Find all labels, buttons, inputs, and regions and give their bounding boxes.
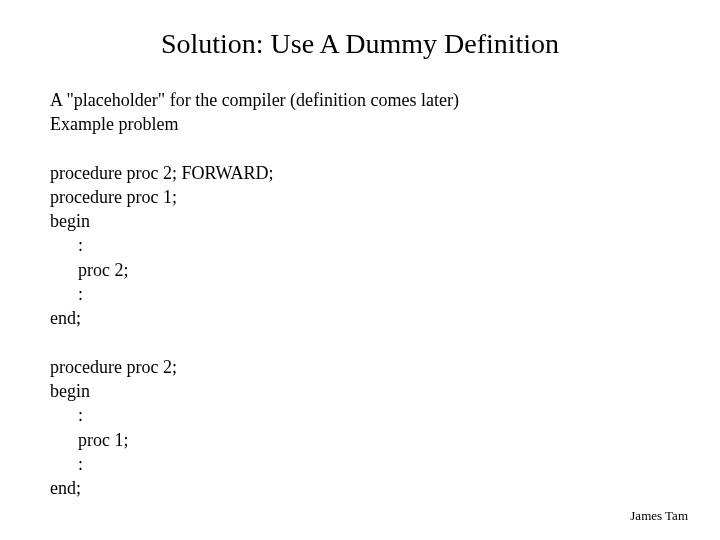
code-line: : xyxy=(50,282,670,306)
code-line: procedure proc 2; xyxy=(50,355,670,379)
slide-container: Solution: Use A Dummy Definition A "plac… xyxy=(0,0,720,540)
page-title: Solution: Use A Dummy Definition xyxy=(110,28,610,60)
code-line: : xyxy=(50,452,670,476)
code-block-1: procedure proc 2; FORWARD; procedure pro… xyxy=(50,161,670,331)
code-line: : xyxy=(50,403,670,427)
intro-text: A "placeholder" for the compiler (defini… xyxy=(50,88,670,137)
code-line: begin xyxy=(50,379,670,403)
code-line: end; xyxy=(50,476,670,500)
code-line: : xyxy=(50,233,670,257)
code-line: proc 2; xyxy=(50,258,670,282)
code-line: begin xyxy=(50,209,670,233)
intro-line: Example problem xyxy=(50,112,670,136)
code-line: end; xyxy=(50,306,670,330)
intro-line: A "placeholder" for the compiler (defini… xyxy=(50,88,670,112)
code-line: procedure proc 2; FORWARD; xyxy=(50,161,670,185)
code-line: procedure proc 1; xyxy=(50,185,670,209)
footer-author: James Tam xyxy=(630,508,688,524)
code-block-2: procedure proc 2; begin : proc 1; : end; xyxy=(50,355,670,501)
code-line: proc 1; xyxy=(50,428,670,452)
